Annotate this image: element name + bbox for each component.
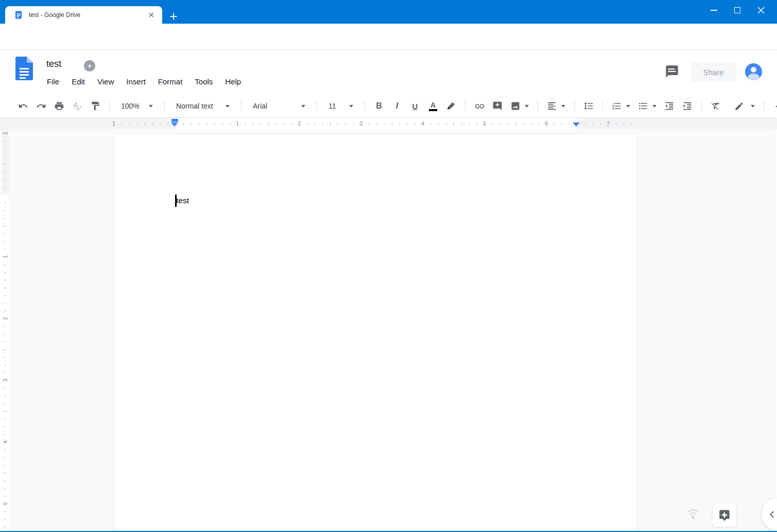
minimize-icon[interactable] <box>702 0 726 21</box>
ruler-tick <box>214 123 215 125</box>
ruler-tick <box>400 123 400 125</box>
underline-button[interactable]: U <box>409 99 421 113</box>
ruler-tick <box>4 326 6 327</box>
document-text[interactable]: test <box>176 194 189 207</box>
ruler-tick <box>4 457 6 458</box>
ruler-number: 5 <box>483 120 486 127</box>
italic-button[interactable]: I <box>391 99 403 113</box>
highlight-color-button[interactable] <box>445 99 457 113</box>
comment-history-icon[interactable] <box>665 64 679 79</box>
ruler-tick <box>268 122 269 126</box>
increase-indent-button[interactable] <box>681 99 694 113</box>
menu-tools[interactable]: Tools <box>194 76 214 87</box>
offline-wifi-icon <box>685 506 701 521</box>
redo-button[interactable] <box>35 99 47 113</box>
chevron-down-icon <box>226 105 230 108</box>
menu-help[interactable]: Help <box>224 76 242 87</box>
insert-link-button[interactable] <box>473 99 486 113</box>
ruler-number: 1 <box>2 130 8 137</box>
chevron-down-icon <box>652 105 657 108</box>
print-button[interactable] <box>53 99 65 113</box>
ruler-tick <box>438 123 439 125</box>
ruler-number: 6 <box>545 120 548 127</box>
ruler-tick <box>4 496 6 496</box>
ruler-tick <box>152 123 153 125</box>
bulleted-list-button[interactable] <box>637 99 658 113</box>
ruler-tick <box>531 123 531 125</box>
ruler-tick <box>446 123 446 125</box>
numbered-list-button[interactable] <box>611 99 631 113</box>
ruler-tick <box>4 295 6 296</box>
text-color-button[interactable]: A <box>427 99 439 113</box>
editing-mode-button[interactable] <box>733 99 756 113</box>
ruler-tick <box>338 123 338 125</box>
line-spacing-button[interactable] <box>582 99 595 113</box>
paragraph-style-select[interactable]: Normal text <box>172 99 233 113</box>
ruler-tick <box>415 123 416 125</box>
ruler-tick <box>307 123 307 125</box>
offline-status-icon[interactable] <box>84 60 95 72</box>
decrease-indent-button[interactable] <box>663 99 676 113</box>
font-size-select[interactable]: 11 <box>325 99 357 113</box>
ruler-tick <box>183 123 184 125</box>
ruler-number: 2 <box>298 120 301 127</box>
share-label: Share <box>703 68 723 77</box>
close-icon[interactable] <box>749 0 773 21</box>
add-comment-button[interactable] <box>491 99 504 113</box>
left-indent-marker[interactable] <box>171 122 178 127</box>
menu-view[interactable]: View <box>96 76 115 87</box>
ruler-tick <box>407 123 408 125</box>
document-page[interactable]: test <box>114 133 638 531</box>
italic-icon: I <box>396 101 398 111</box>
ruler-tick <box>539 123 539 125</box>
paint-format-button[interactable] <box>89 99 101 113</box>
tab-title: test - Google Drive <box>29 11 147 19</box>
underline-icon: U <box>412 102 418 111</box>
docs-logo-icon[interactable] <box>15 57 33 80</box>
menu-edit[interactable]: Edit <box>71 76 86 87</box>
menu-file[interactable]: File <box>46 76 60 87</box>
browser-tab[interactable]: test - Google Drive <box>5 6 162 24</box>
ruler-number: 4 <box>2 439 8 446</box>
docs-favicon-icon <box>14 11 23 19</box>
undo-button[interactable] <box>17 99 29 113</box>
clear-formatting-button[interactable] <box>710 99 722 113</box>
font-select[interactable]: Arial <box>249 99 309 113</box>
ruler-tick <box>4 280 6 280</box>
ruler-tick <box>191 123 192 125</box>
share-button[interactable]: Share <box>691 62 736 82</box>
ruler-tick <box>4 465 6 466</box>
ruler-tick <box>330 122 331 126</box>
menu-format[interactable]: Format <box>157 76 184 87</box>
account-avatar[interactable] <box>745 63 762 80</box>
ruler-tick <box>585 123 585 125</box>
ruler-tick <box>3 164 7 165</box>
ruler-tick <box>4 527 6 527</box>
menu-insert[interactable]: Insert <box>125 76 147 87</box>
new-tab-button[interactable] <box>166 9 181 24</box>
spellcheck-button[interactable] <box>71 99 83 113</box>
toolbar-separator <box>109 101 110 112</box>
horizontal-ruler[interactable]: 11234567 <box>0 118 777 129</box>
ruler-tick <box>369 123 369 125</box>
ruler-tick <box>261 123 261 125</box>
ruler-tick <box>315 123 315 125</box>
align-button[interactable] <box>546 99 566 113</box>
toolbar-separator <box>164 101 165 112</box>
explore-button[interactable] <box>712 503 737 527</box>
maximize-icon[interactable] <box>726 0 749 21</box>
right-indent-marker[interactable] <box>573 122 580 127</box>
ruler-tick <box>562 123 562 125</box>
ruler-tick <box>137 123 137 125</box>
tab-close-icon[interactable] <box>147 10 156 20</box>
collapse-toolbar-button[interactable] <box>772 99 777 113</box>
document-title[interactable]: test <box>46 59 61 69</box>
first-line-indent-marker[interactable] <box>171 119 178 122</box>
ruler-tick <box>4 272 6 273</box>
window-controls <box>702 0 773 24</box>
ruler-tick <box>4 388 6 388</box>
vertical-ruler[interactable]: 112345 <box>1 129 9 531</box>
insert-image-button[interactable] <box>509 99 530 113</box>
zoom-select[interactable]: 100% <box>117 99 157 113</box>
bold-button[interactable]: B <box>373 99 385 113</box>
